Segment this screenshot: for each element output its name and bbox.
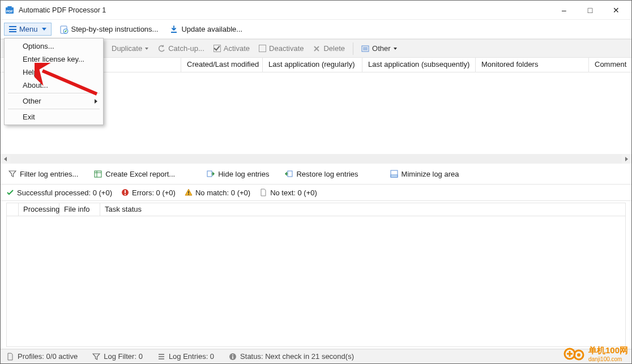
status-logentries-text: Log Entries: 0 [169, 352, 214, 361]
filter-log-label: Filter log entries... [20, 170, 78, 178]
caret-down-icon [394, 48, 397, 50]
svg-rect-25 [232, 356, 233, 359]
log-toolbar: Filter log entries... Create Excel repor… [1, 164, 631, 185]
update-label: Update available... [181, 25, 242, 33]
maximize-button[interactable]: □ [577, 1, 603, 19]
deactivate-button[interactable]: Deactivate [255, 42, 307, 54]
menu-item-other[interactable]: Other [5, 95, 103, 108]
menu-dropdown: Options... Enter license key... Help Abo… [4, 38, 104, 125]
watermark: 单机100网 danji100.com [563, 345, 628, 362]
svg-rect-19 [188, 191, 189, 194]
menu-button[interactable]: Menu [4, 23, 52, 36]
scroll-right-button[interactable] [622, 154, 631, 164]
svg-rect-4 [171, 32, 177, 33]
activate-button[interactable]: Activate [210, 42, 253, 54]
svg-rect-20 [188, 194, 189, 195]
status-status-text: Status: Next check in 21 second(s) [240, 352, 354, 361]
update-available-button[interactable]: Update available... [166, 23, 246, 36]
checkbox-checked-icon [213, 45, 221, 52]
svg-rect-15 [391, 175, 398, 177]
menu-item-options[interactable]: Options... [5, 40, 103, 53]
menu-item-license[interactable]: Enter license key... [5, 53, 103, 66]
separator [353, 42, 353, 55]
minimize-log-label: Miminize log area [402, 170, 459, 178]
duplicate-label: Duplicate [112, 44, 142, 53]
menu-label: Menu [19, 25, 38, 33]
undo-icon [157, 45, 165, 53]
stat-nomatch: No match: 0 (+0) [185, 189, 250, 197]
hide-icon [207, 170, 215, 178]
close-button[interactable]: ✕ [603, 1, 629, 19]
menu-item-about[interactable]: About... [5, 79, 103, 92]
log-grid-header: Processing File info Task status [6, 203, 626, 216]
app-icon: PDF [5, 6, 14, 15]
filter-icon [8, 170, 16, 178]
scroll-left-button[interactable] [1, 154, 10, 164]
excel-report-label: Create Excel report... [105, 170, 175, 178]
menu-item-help[interactable]: Help [5, 66, 103, 79]
filter-icon [92, 353, 100, 361]
catchup-button[interactable]: Catch-up... [154, 42, 208, 54]
list-icon [361, 45, 369, 53]
col-processing[interactable]: Processing [19, 203, 59, 216]
restore-log-button[interactable]: Restore log entries [281, 168, 361, 180]
warning-icon [185, 189, 193, 196]
svg-point-26 [232, 354, 233, 356]
svg-rect-12 [207, 171, 212, 177]
stat-errors-text: Errors: 0 (+0) [132, 189, 176, 197]
svg-rect-17 [125, 190, 126, 193]
log-grid-body [6, 216, 626, 347]
svg-text:PDF: PDF [6, 9, 13, 12]
menu-item-exit[interactable]: Exit [5, 110, 103, 123]
status-logfilter-text: Log Filter: 0 [104, 352, 143, 361]
restore-log-label: Restore log entries [296, 170, 358, 178]
col-monitored[interactable]: Monitored folders [476, 58, 589, 72]
status-logentries: Log Entries: 0 [157, 352, 214, 361]
caret-down-icon [42, 28, 46, 31]
svg-rect-9 [95, 171, 101, 177]
hamburger-icon [9, 26, 16, 32]
hide-log-button[interactable]: Hide log entries [203, 168, 272, 180]
delete-icon [313, 45, 321, 53]
stat-notext-text: No text: 0 (+0) [270, 189, 317, 197]
col-last-reg[interactable]: Last application (regularly) [263, 58, 362, 72]
other-dropdown-button[interactable]: Other [358, 42, 400, 54]
delete-label: Delete [323, 44, 345, 53]
minimize-area-icon [390, 170, 398, 178]
stat-success-text: Successful processed: 0 (+0) [17, 189, 112, 197]
error-icon [121, 189, 129, 196]
separator [8, 93, 100, 93]
col-fileinfo[interactable]: File info [59, 203, 100, 216]
svg-rect-18 [125, 194, 126, 195]
stat-errors: Errors: 0 (+0) [121, 189, 176, 197]
minimize-button[interactable]: – [551, 1, 577, 19]
other-label: Other [372, 44, 391, 53]
step-instructions-button[interactable]: Step-by-step instructions... [56, 23, 162, 36]
restore-icon [285, 170, 293, 178]
col-taskstatus[interactable]: Task status [100, 203, 625, 216]
hide-log-label: Hide log entries [218, 170, 269, 178]
horizontal-scrollbar[interactable] [1, 154, 631, 164]
stat-success: Successful processed: 0 (+0) [6, 189, 112, 197]
duplicate-button[interactable]: Duplicate [108, 42, 152, 54]
svg-rect-13 [288, 171, 292, 177]
col-created[interactable]: Created/Last modified [181, 58, 263, 72]
scroll-track[interactable] [10, 154, 622, 164]
checkbox-icon [259, 45, 266, 52]
minimize-log-button[interactable]: Miminize log area [387, 168, 463, 180]
svg-point-30 [577, 353, 580, 357]
info-icon [229, 353, 237, 361]
menubar: Menu Step-by-step instructions... Update… [1, 20, 631, 39]
delete-button[interactable]: Delete [309, 42, 348, 54]
col-comment[interactable]: Comment [589, 58, 631, 72]
row-header-spacer [7, 203, 19, 216]
chevron-right-icon [95, 99, 97, 104]
col-last-sub[interactable]: Last application (subsequently) [362, 58, 476, 72]
status-profiles: Profiles: 0/0 active [6, 352, 78, 361]
document-icon [6, 353, 14, 361]
excel-report-button[interactable]: Create Excel report... [91, 168, 178, 180]
status-logfilter: Log Filter: 0 [92, 352, 143, 361]
window-buttons: – □ ✕ [551, 1, 629, 19]
download-icon [169, 25, 178, 34]
filter-log-button[interactable]: Filter log entries... [5, 168, 82, 180]
